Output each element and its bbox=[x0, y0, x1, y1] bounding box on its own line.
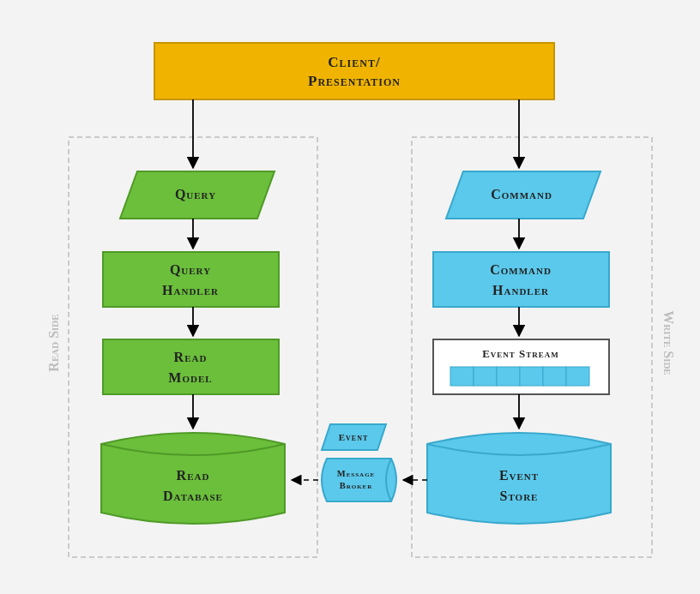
svg-text:Presentation: Presentation bbox=[308, 73, 401, 89]
command-handler-node: Command Handler bbox=[433, 252, 609, 307]
svg-rect-32 bbox=[566, 367, 589, 386]
query-node: Query bbox=[120, 171, 275, 219]
event-node: Event bbox=[322, 424, 386, 450]
client-node: Client/ Presentation bbox=[154, 43, 554, 99]
command-node: Command bbox=[446, 171, 600, 219]
query-handler-node: Query Handler bbox=[103, 252, 279, 307]
write-side-label: Write Side bbox=[661, 310, 676, 375]
svg-text:Broker: Broker bbox=[340, 481, 373, 490]
svg-text:Query: Query bbox=[170, 262, 211, 277]
svg-rect-0 bbox=[154, 43, 554, 99]
svg-text:Handler: Handler bbox=[492, 283, 549, 297]
svg-text:Event Stream: Event Stream bbox=[482, 347, 559, 360]
svg-text:Message: Message bbox=[337, 469, 376, 478]
svg-rect-27 bbox=[450, 367, 474, 386]
svg-rect-31 bbox=[543, 367, 566, 386]
svg-text:Read: Read bbox=[174, 350, 208, 364]
svg-text:Model: Model bbox=[168, 370, 212, 385]
event-store-node: Event Store bbox=[427, 433, 611, 524]
svg-rect-21 bbox=[433, 252, 609, 307]
svg-text:Command: Command bbox=[490, 262, 552, 277]
event-stream-cells-icon bbox=[450, 367, 589, 386]
svg-text:Event: Event bbox=[339, 432, 369, 442]
read-database-node: Read Database bbox=[101, 433, 285, 524]
read-side-label: Read Side bbox=[46, 314, 61, 371]
svg-text:Store: Store bbox=[500, 489, 539, 503]
svg-rect-29 bbox=[497, 367, 520, 386]
svg-rect-28 bbox=[474, 367, 497, 386]
svg-text:Database: Database bbox=[163, 489, 223, 503]
message-broker-node: Message Broker bbox=[322, 459, 396, 501]
svg-text:Client/: Client/ bbox=[328, 54, 380, 70]
read-model-node: Read Model bbox=[103, 339, 279, 394]
svg-text:Query: Query bbox=[175, 187, 216, 201]
svg-rect-30 bbox=[520, 367, 543, 386]
svg-text:Event: Event bbox=[499, 468, 539, 483]
svg-text:Command: Command bbox=[491, 187, 552, 201]
svg-text:Handler: Handler bbox=[162, 283, 219, 297]
event-stream-node: Event Stream bbox=[433, 339, 609, 394]
svg-rect-12 bbox=[103, 339, 279, 394]
svg-rect-8 bbox=[103, 252, 279, 307]
svg-text:Read: Read bbox=[177, 468, 210, 483]
